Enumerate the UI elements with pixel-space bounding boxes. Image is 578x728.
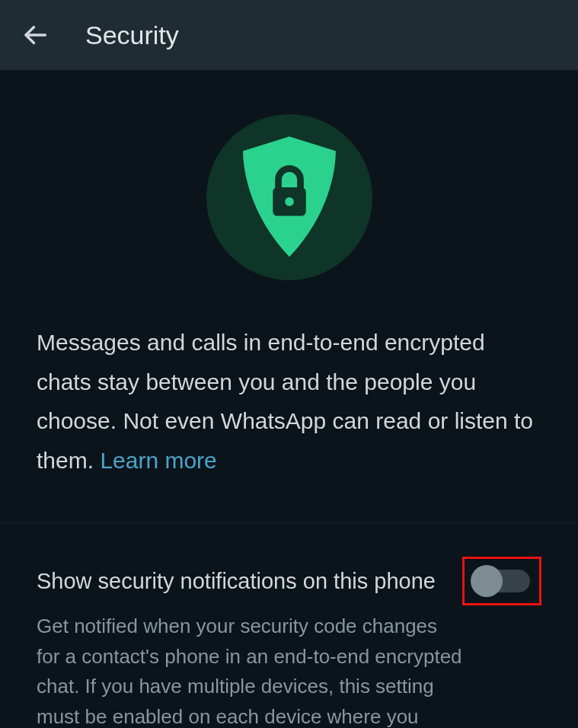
security-notifications-setting: Show security notifications on this phon…: [0, 523, 578, 728]
setting-title: Show security notifications on this phon…: [37, 567, 436, 596]
security-notifications-toggle[interactable]: [474, 570, 530, 592]
shield-circle: [206, 114, 372, 280]
toggle-highlight-box: [462, 557, 541, 605]
app-header: Security: [0, 0, 578, 70]
arrow-left-icon: [21, 21, 49, 49]
shield-lock-icon: [233, 133, 346, 261]
hero-section: Messages and calls in end-to-end encrypt…: [0, 70, 578, 523]
content: Messages and calls in end-to-end encrypt…: [0, 70, 578, 728]
back-button[interactable]: [18, 18, 52, 52]
page-title: Security: [85, 21, 179, 50]
learn-more-link[interactable]: Learn more: [100, 448, 216, 473]
encryption-description: Messages and calls in end-to-end encrypt…: [37, 323, 541, 480]
svg-point-2: [285, 197, 294, 206]
setting-row: Show security notifications on this phon…: [37, 557, 541, 605]
setting-description: Get notified when your security code cha…: [37, 611, 463, 728]
toggle-thumb: [471, 565, 503, 597]
setting-description-text: Get notified when your security code cha…: [37, 615, 462, 728]
shield-illustration: [37, 114, 541, 280]
